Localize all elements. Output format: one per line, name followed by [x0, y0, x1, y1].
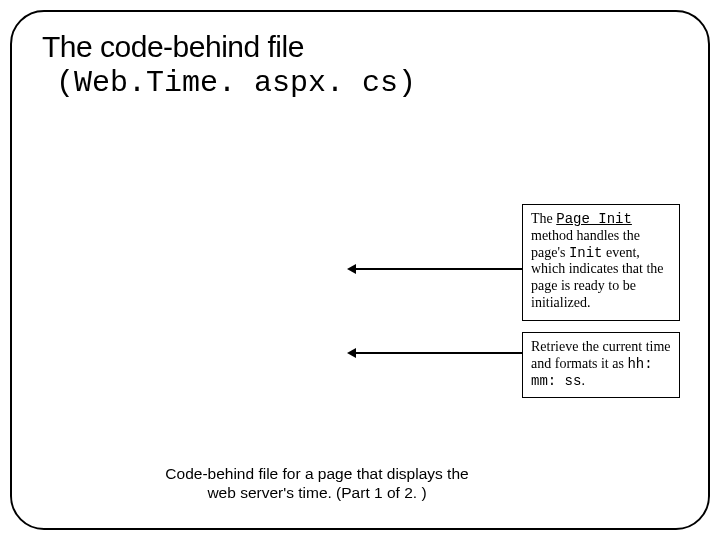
- arrow-left-icon: [355, 268, 525, 270]
- callout-page-init: The Page_Init method handles the page's …: [522, 204, 680, 321]
- figure-caption: Code-behind file for a page that display…: [152, 464, 482, 503]
- callout-text: The: [531, 211, 556, 226]
- slide-title: The code-behind file (Web.Time. aspx. cs…: [42, 30, 682, 100]
- code-text: Init: [569, 245, 603, 261]
- callout-text: .: [581, 373, 585, 388]
- code-text: Page_Init: [556, 211, 632, 227]
- callout-retrieve-time: Retrieve the current time and formats it…: [522, 332, 680, 398]
- arrow-left-icon: [355, 352, 525, 354]
- title-line-2: (Web.Time. aspx. cs): [56, 66, 682, 100]
- slide-frame: The code-behind file (Web.Time. aspx. cs…: [10, 10, 710, 530]
- title-line-1: The code-behind file: [42, 30, 682, 64]
